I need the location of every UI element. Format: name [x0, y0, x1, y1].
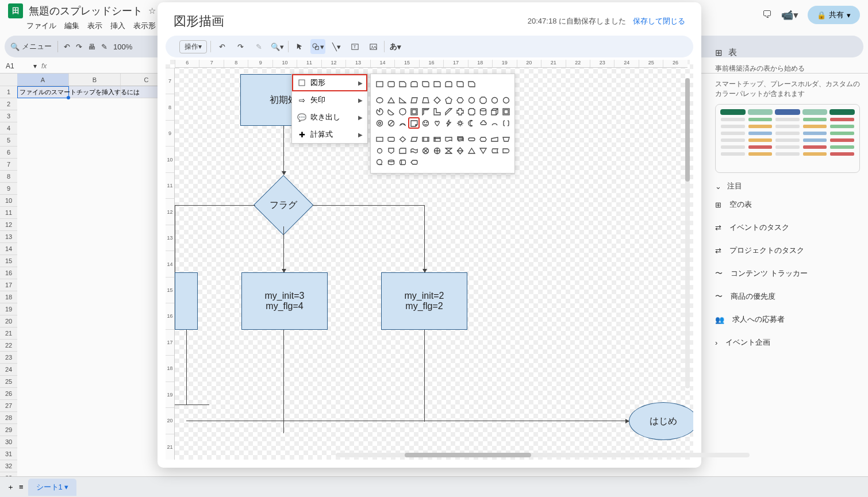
shape-fc-tape-icon[interactable]	[409, 145, 419, 156]
flowchart-arrow[interactable]	[186, 330, 187, 404]
shape-right-triangle-icon[interactable]	[397, 95, 408, 105]
flowchart-arrow[interactable]	[283, 226, 284, 272]
shape-folded-corner-icon[interactable]	[409, 118, 419, 128]
flowchart-arrow[interactable]	[313, 205, 424, 206]
flowchart-process-partial[interactable]	[175, 272, 198, 330]
shape-fc-merge-icon[interactable]	[478, 145, 488, 156]
shape-tool-icon[interactable]: ▾	[310, 39, 325, 54]
actions-button[interactable]: 操作▾	[179, 40, 207, 53]
zoom-icon[interactable]: 🔍▾	[270, 39, 285, 54]
flowchart-arrow[interactable]	[175, 205, 175, 272]
shape-snip-diag-icon[interactable]	[420, 79, 431, 89]
shape-no-symbol-icon[interactable]	[386, 118, 396, 128]
shape-fc-alt-process-icon[interactable]	[386, 134, 396, 144]
shape-fc-or-icon[interactable]	[432, 145, 442, 156]
shape-fc-terminator-icon[interactable]	[466, 134, 477, 144]
shape-fc-connector-icon[interactable]	[374, 145, 385, 156]
shape-frame-icon[interactable]	[409, 106, 419, 117]
shape-bracket-icon[interactable]	[501, 118, 511, 128]
shape-parallelogram-icon[interactable]	[409, 95, 419, 105]
shape-bevel-icon[interactable]	[501, 106, 511, 117]
shape-pentagon-icon[interactable]	[443, 95, 454, 105]
shape-cube-icon[interactable]	[489, 106, 500, 117]
flowchart-arrow[interactable]	[424, 330, 425, 422]
flowchart-arrow[interactable]	[283, 126, 284, 175]
shape-moon-icon[interactable]	[466, 118, 477, 128]
shape-fc-data-icon[interactable]	[409, 134, 419, 144]
horizontal-scrollbar[interactable]	[336, 453, 750, 457]
flowchart-arrow[interactable]	[175, 404, 209, 405]
shape-pie-icon[interactable]	[374, 106, 385, 117]
vertical-scrollbar[interactable]	[685, 78, 690, 388]
flowchart-process-left[interactable]: my_init=3 my_flg=4	[241, 272, 328, 330]
shape-l-shape-icon[interactable]	[432, 106, 442, 117]
shape-fc-document-icon[interactable]	[443, 134, 454, 144]
select-tool-icon[interactable]	[292, 39, 307, 54]
shape-triangle-icon[interactable]	[386, 95, 396, 105]
language-button[interactable]: あ▾	[388, 39, 403, 54]
shape-fc-sort-icon[interactable]	[455, 145, 465, 156]
shape-oval-icon[interactable]	[374, 95, 385, 105]
shape-fc-direct-storage-icon[interactable]	[397, 157, 408, 167]
shape-round-diag-icon[interactable]	[455, 79, 465, 89]
menu-item-shapes[interactable]: 図形 ▶	[292, 74, 367, 91]
menu-item-arrows[interactable]: ⇨ 矢印 ▶	[292, 91, 367, 109]
shape-donut-icon[interactable]	[374, 118, 385, 128]
image-tool-icon[interactable]	[366, 39, 381, 54]
menu-item-equation[interactable]: ✚ 計算式 ▶	[292, 126, 367, 143]
shape-fc-card-icon[interactable]	[397, 145, 408, 156]
shape-fc-magnetic-disk-icon[interactable]	[386, 157, 396, 167]
shape-fc-offpage-icon[interactable]	[386, 145, 396, 156]
shape-octagon-icon[interactable]	[478, 95, 488, 105]
redo-icon[interactable]: ↷	[233, 39, 248, 54]
shape-dodecagon-icon[interactable]	[501, 95, 511, 105]
shape-fc-decision-icon[interactable]	[397, 134, 408, 144]
shape-fc-junction-icon[interactable]	[420, 145, 431, 156]
shape-diag-stripe-icon[interactable]	[443, 106, 454, 117]
shape-hexagon-icon[interactable]	[455, 95, 465, 105]
flowchart-terminator-start[interactable]: はじめ	[629, 402, 693, 440]
shape-smiley-icon[interactable]	[420, 118, 431, 128]
flowchart-arrow[interactable]	[186, 421, 629, 421]
shape-diamond-icon[interactable]	[432, 95, 442, 105]
shape-fc-predef-icon[interactable]	[420, 134, 431, 144]
shape-snip-rect-icon[interactable]	[397, 79, 408, 89]
shape-round2-rect-icon[interactable]	[443, 79, 454, 89]
shape-snip-round-icon[interactable]	[466, 79, 477, 89]
flowchart-process-right[interactable]: my_init=2 my_flg=2	[381, 272, 467, 330]
flowchart-arrow[interactable]	[424, 205, 425, 272]
shape-round1-rect-icon[interactable]	[432, 79, 442, 89]
shape-fc-display-icon[interactable]	[409, 157, 419, 167]
shape-block-arc-icon[interactable]	[397, 118, 408, 128]
shape-fc-delay-icon[interactable]	[501, 145, 511, 156]
shape-fc-seq-storage-icon[interactable]	[374, 157, 385, 167]
shape-lightning-icon[interactable]	[443, 118, 454, 128]
flowchart-arrow[interactable]	[283, 330, 284, 433]
textbox-tool-icon[interactable]: T	[347, 39, 362, 54]
shape-heptagon-icon[interactable]	[466, 95, 477, 105]
shape-rounded-rect-icon[interactable]	[386, 79, 396, 89]
save-and-close-button[interactable]: 保存して閉じる	[633, 16, 685, 26]
shape-fc-manual-input-icon[interactable]	[489, 134, 500, 144]
menu-item-callouts[interactable]: 💬 吹き出し ▶	[292, 109, 367, 126]
shape-plaque-icon[interactable]	[466, 106, 477, 117]
flowchart-arrow[interactable]	[175, 205, 255, 206]
shape-decagon-icon[interactable]	[489, 95, 500, 105]
undo-icon[interactable]: ↶	[214, 39, 229, 54]
shape-can-icon[interactable]	[478, 106, 488, 117]
shape-snip2-rect-icon[interactable]	[409, 79, 419, 89]
shape-fc-extract-icon[interactable]	[466, 145, 477, 156]
shape-fc-internal-icon[interactable]	[432, 134, 442, 144]
shape-half-frame-icon[interactable]	[420, 106, 431, 117]
paint-format-icon[interactable]: ✎	[251, 39, 266, 54]
shape-fc-process-icon[interactable]	[374, 134, 385, 144]
shape-teardrop-icon[interactable]	[397, 106, 408, 117]
shape-sun-icon[interactable]	[455, 118, 465, 128]
shape-rectangle-icon[interactable]	[374, 79, 385, 89]
line-tool-icon[interactable]: ╲▾	[329, 39, 344, 54]
shape-arc-icon[interactable]	[489, 118, 500, 128]
shape-heart-icon[interactable]	[432, 118, 442, 128]
shape-fc-collate-icon[interactable]	[443, 145, 454, 156]
shape-chord-icon[interactable]	[386, 106, 396, 117]
shape-fc-prep-icon[interactable]	[478, 134, 488, 144]
